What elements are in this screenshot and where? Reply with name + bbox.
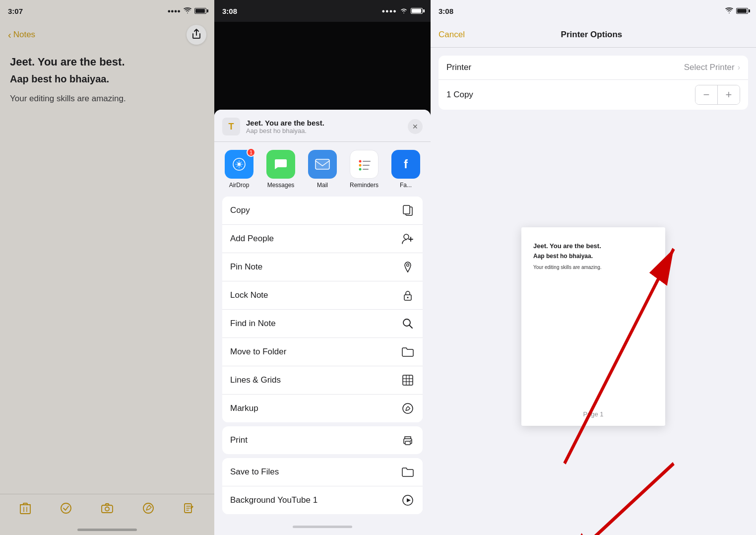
messages-label: Messages <box>267 182 295 189</box>
markup-label: Markup <box>230 403 401 413</box>
svg-rect-5 <box>102 505 113 513</box>
printer-time: 3:08 <box>439 7 453 15</box>
background-label: Background YouTube 1 <box>230 495 401 505</box>
printer-status-right <box>725 6 748 15</box>
save-files-icon <box>401 465 415 479</box>
lines-grids-label: Lines & Grids <box>230 375 401 385</box>
svg-rect-0 <box>20 505 30 514</box>
share-icon <box>192 28 201 41</box>
grid-icon <box>401 373 415 387</box>
signal-icon: ●●●● <box>167 8 181 14</box>
share-signal-icon: ●●●● <box>381 8 397 14</box>
preview-page-label: Page 1 <box>583 410 603 418</box>
notes-status-bar: 3:07 ●●●● <box>0 0 214 22</box>
move-to-folder-label: Move to Folder <box>230 347 401 357</box>
back-label: Notes <box>13 30 35 40</box>
svg-point-20 <box>404 234 409 239</box>
add-people-label: Add People <box>230 234 401 244</box>
marker-icon <box>401 401 415 415</box>
printer-chevron-icon: › <box>738 63 740 72</box>
copies-stepper[interactable]: − + <box>695 85 740 105</box>
printer-title: Printer Options <box>465 30 718 40</box>
svg-rect-35 <box>405 441 410 445</box>
share-close-button[interactable]: ✕ <box>408 119 423 134</box>
svg-point-33 <box>403 403 413 413</box>
mail-label: Mail <box>317 182 328 189</box>
svg-point-25 <box>407 297 409 298</box>
share-app-mail[interactable]: Mail <box>306 150 339 189</box>
printer-cancel-button[interactable]: Cancel <box>439 30 465 40</box>
print-label: Print <box>230 435 401 445</box>
share-action-markup[interactable]: Markup <box>222 395 423 422</box>
share-apps-row: 1 AirDrop Messages <box>214 142 431 197</box>
share-action-find-in-note[interactable]: Find in Note <box>222 310 423 338</box>
pin-icon <box>401 260 415 274</box>
notes-status-right: ●●●● <box>167 6 206 15</box>
copies-plus-button[interactable]: + <box>718 85 740 104</box>
camera-icon[interactable] <box>101 503 113 516</box>
svg-point-4 <box>61 503 71 513</box>
share-button[interactable] <box>187 25 206 45</box>
share-action-background[interactable]: Background YouTube 1 <box>222 486 423 514</box>
close-icon: ✕ <box>412 123 418 131</box>
svg-point-23 <box>407 264 409 267</box>
copies-minus-button[interactable]: − <box>695 85 717 104</box>
printer-nav-bar: Cancel Printer Options <box>431 22 756 48</box>
share-actions-more: Save to Files Background YouTube 1 <box>222 458 423 514</box>
share-app-messages[interactable]: Messages <box>264 150 298 189</box>
share-action-pin-note[interactable]: Pin Note <box>222 253 423 281</box>
share-app-fa[interactable]: f Fa... <box>389 150 423 189</box>
share-action-print[interactable]: Print <box>222 426 423 454</box>
share-app-airdrop[interactable]: 1 AirDrop <box>222 150 256 189</box>
printer-select-value: Select Printer <box>684 63 735 72</box>
notes-time: 3:07 <box>8 7 23 15</box>
share-header-title: Jeet. You are the best. <box>246 119 402 127</box>
note-title: Jeet. You are the best. <box>10 56 204 68</box>
svg-rect-19 <box>403 205 410 214</box>
airdrop-icon: 1 <box>225 150 253 179</box>
svg-marker-38 <box>407 498 411 502</box>
compose-icon[interactable] <box>184 503 194 517</box>
printer-select-row[interactable]: Printer Select Printer › <box>439 56 748 80</box>
printer-icon <box>401 433 415 447</box>
back-button[interactable]: ‹ Notes <box>8 29 35 41</box>
svg-line-27 <box>410 326 413 329</box>
share-action-copy[interactable]: Copy <box>222 197 423 225</box>
print-preview-page: Jeet. You are the best. Aap best ho bhai… <box>521 227 665 426</box>
share-status-bar: 3:08 ●●●● <box>214 0 431 22</box>
svg-rect-28 <box>403 375 413 385</box>
printer-battery-icon <box>736 8 748 14</box>
printer-wifi-icon <box>725 6 733 15</box>
note-body: Your editing skills are amazing. <box>10 94 204 104</box>
share-action-save-files[interactable]: Save to Files <box>222 458 423 486</box>
check-icon[interactable] <box>61 503 71 517</box>
share-action-lines-grids[interactable]: Lines & Grids <box>222 366 423 395</box>
print-preview-area: Jeet. You are the best. Aap best ho bhai… <box>431 118 756 535</box>
trash-icon[interactable] <box>20 502 31 517</box>
printer-options-list: Printer Select Printer › 1 Copy − + <box>439 56 748 110</box>
markup-icon[interactable] <box>143 503 154 517</box>
airdrop-label: AirDrop <box>229 182 250 189</box>
share-header-subtitle: Aap best ho bhaiyaa. <box>246 127 402 134</box>
share-app-reminders[interactable]: Reminders <box>347 150 381 189</box>
share-time: 3:08 <box>222 7 237 15</box>
svg-point-10 <box>238 163 241 166</box>
preview-note-title: Jeet. You are the best. <box>533 242 653 250</box>
printer-label: Printer <box>446 63 684 72</box>
svg-point-6 <box>105 507 109 511</box>
svg-point-36 <box>410 440 411 441</box>
home-indicator <box>77 529 137 531</box>
share-status-right: ●●●● <box>381 6 423 15</box>
copy-icon <box>401 203 415 217</box>
svg-point-13 <box>359 164 362 167</box>
save-files-label: Save to Files <box>230 467 401 477</box>
share-action-move-to-folder[interactable]: Move to Folder <box>222 338 423 366</box>
folder-icon <box>401 345 415 359</box>
search-icon <box>401 317 415 331</box>
printer-copies-row: 1 Copy − + <box>439 80 748 110</box>
share-action-add-people[interactable]: Add People <box>222 225 423 253</box>
note-subtitle: Aap best ho bhaiyaa. <box>10 73 204 85</box>
messages-icon <box>266 150 295 179</box>
share-action-lock-note[interactable]: Lock Note <box>222 281 423 310</box>
find-in-note-label: Find in Note <box>230 319 401 329</box>
